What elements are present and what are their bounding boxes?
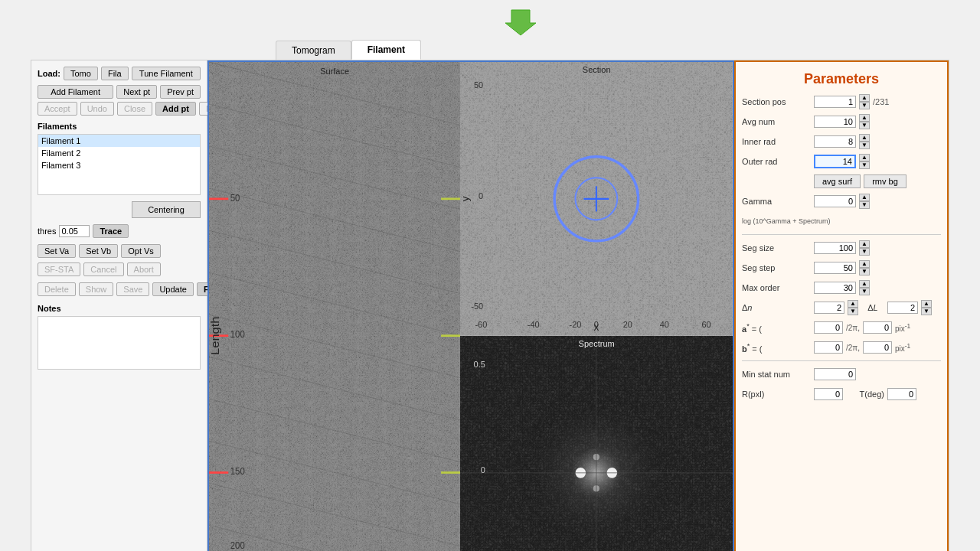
b-star-slash: /2π, [846, 344, 860, 352]
seg-size-up[interactable]: ▲ [859, 240, 870, 248]
update-button[interactable]: Update [152, 282, 193, 296]
seg-step-up[interactable]: ▲ [859, 260, 870, 268]
avg-num-down[interactable]: ▼ [859, 122, 870, 129]
add-pt-button[interactable]: Add pt [155, 102, 196, 116]
center-panel: Angle Length -50 0 50 50 100 150 200 Sur… [207, 60, 734, 551]
outer-rad-input[interactable] [814, 155, 856, 168]
spectrum-svg: X -5 0 5 0.5 0 -0.5 [460, 336, 733, 551]
delta-n-input[interactable] [814, 302, 844, 314]
max-order-row: Max order ▲ ▼ [742, 279, 941, 296]
surface-title: Surface [317, 67, 352, 76]
max-order-down[interactable]: ▼ [859, 288, 870, 295]
filament-item-3[interactable]: Filament 3 [38, 159, 200, 171]
t-deg-label: T(deg) [846, 390, 884, 399]
filament-list[interactable]: Filament 1 Filament 2 Filament 3 [38, 134, 201, 195]
avg-num-spin: ▲ ▼ [859, 114, 870, 129]
log-row: log (10^Gamma + Spectrum) [742, 213, 941, 230]
inner-rad-down[interactable]: ▼ [859, 142, 870, 149]
inner-rad-up[interactable]: ▲ [859, 134, 870, 142]
divider-2 [742, 360, 941, 361]
section-pos-down[interactable]: ▼ [859, 102, 870, 109]
tab-filament[interactable]: Filament [351, 40, 421, 60]
next-pt-button[interactable]: Next pt [116, 85, 157, 99]
sf-sta-button[interactable]: SF-STA [38, 262, 80, 276]
min-stat-num-row: Min stat num [742, 366, 941, 383]
a-star-unit: pix-1 [895, 322, 910, 333]
save-button[interactable]: Save [116, 282, 149, 296]
svg-text:150: 150 [230, 466, 245, 478]
outer-rad-down[interactable]: ▼ [859, 161, 870, 169]
cancel-button[interactable]: Cancel [83, 262, 123, 276]
avg-num-up[interactable]: ▲ [859, 114, 870, 122]
delta-l-down[interactable]: ▼ [921, 308, 932, 315]
delta-l-spin: ▲ ▼ [921, 300, 932, 315]
delta-n-down[interactable]: ▼ [848, 308, 858, 315]
avg-num-label: Avg num [742, 117, 811, 126]
prev-pt-button[interactable]: Prev pt [160, 85, 201, 99]
thres-input[interactable] [59, 225, 90, 237]
delta-row: Δn ▲ ▼ ΔL ▲ ▼ [742, 299, 941, 316]
b-star-input2[interactable] [863, 341, 892, 354]
tune-filament-button[interactable]: Tune Filament [132, 67, 201, 80]
accept-button[interactable]: Accept [38, 102, 77, 116]
min-stat-num-input[interactable] [814, 368, 856, 380]
inner-rad-row: Inner rad ▲ ▼ [742, 133, 941, 150]
max-order-up[interactable]: ▲ [859, 280, 870, 288]
avg-surf-row: avg surf rmv bg [742, 173, 941, 190]
max-order-input[interactable] [814, 282, 856, 294]
filament-item-1[interactable]: Filament 1 [38, 135, 200, 147]
avg-surf-button[interactable]: avg surf [814, 174, 861, 188]
tomo-button[interactable]: Tomo [64, 67, 98, 80]
max-order-spin: ▲ ▼ [859, 280, 870, 295]
delta-l-up[interactable]: ▲ [921, 300, 932, 308]
plots-container: Angle Length -50 0 50 50 100 150 200 Sur… [209, 62, 733, 551]
add-filament-button[interactable]: Add Filament [38, 85, 113, 99]
section-pos-max: /231 [873, 97, 889, 106]
surface-svg: Angle Length -50 0 50 50 100 150 200 [209, 62, 460, 551]
undo-button[interactable]: Undo [80, 102, 114, 116]
inner-rad-spin: ▲ ▼ [859, 134, 870, 149]
section-pos-row: Section pos ▲ ▼ /231 [742, 93, 941, 110]
outer-rad-row: Outer rad ▲ ▼ [742, 153, 941, 170]
delete-button[interactable]: Delete [38, 282, 76, 296]
a-star-input1[interactable] [814, 321, 843, 334]
trace-button[interactable]: Trace [93, 224, 129, 238]
delta-l-input[interactable] [887, 302, 918, 314]
max-order-label: Max order [742, 283, 811, 292]
r-pxl-input[interactable] [814, 388, 843, 400]
seg-step-input[interactable] [814, 262, 856, 274]
seg-step-down[interactable]: ▼ [859, 268, 870, 276]
a-star-slash: /2π, [846, 324, 860, 332]
svg-text:0: 0 [594, 320, 599, 329]
set-va-button[interactable]: Set Va [38, 244, 76, 258]
close-button[interactable]: Close [117, 102, 152, 116]
load-row: Load: Tomo Fila Tune Filament [38, 67, 201, 80]
gamma-input[interactable] [814, 195, 856, 207]
inner-rad-input[interactable] [814, 135, 856, 148]
seg-size-input[interactable] [814, 242, 856, 254]
show-button[interactable]: Show [79, 282, 114, 296]
rmv-bg-button[interactable]: rmv bg [864, 174, 906, 188]
rpxl-tdeg-row: R(pxl) T(deg) [742, 386, 941, 403]
a-star-input2[interactable] [863, 321, 892, 334]
t-deg-input[interactable] [887, 388, 916, 400]
delta-n-label: Δn [742, 303, 811, 312]
filament-item-2[interactable]: Filament 2 [38, 147, 200, 159]
outer-rad-label: Outer rad [742, 157, 811, 166]
set-vb-button[interactable]: Set Vb [79, 244, 118, 258]
fila-button[interactable]: Fila [101, 67, 129, 80]
outer-rad-up[interactable]: ▲ [859, 154, 870, 161]
gamma-down[interactable]: ▼ [859, 201, 870, 209]
tab-tomogram[interactable]: Tomogram [276, 41, 351, 60]
abort-button[interactable]: Abort [127, 262, 161, 276]
gamma-up[interactable]: ▲ [859, 194, 870, 201]
centering-button[interactable]: Centering [132, 201, 201, 218]
delta-n-up[interactable]: ▲ [848, 300, 858, 308]
section-pos-input[interactable] [814, 96, 856, 108]
notes-textarea[interactable] [38, 316, 201, 370]
opt-vs-button[interactable]: Opt Vs [121, 244, 161, 258]
section-pos-up[interactable]: ▲ [859, 94, 870, 102]
seg-size-down[interactable]: ▼ [859, 248, 870, 256]
avg-num-input[interactable] [814, 116, 856, 128]
b-star-input1[interactable] [814, 341, 843, 354]
